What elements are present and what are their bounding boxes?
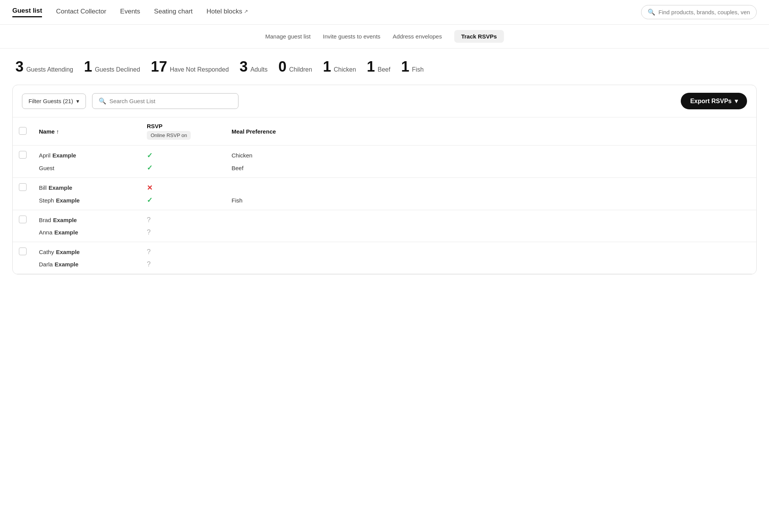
row-checkbox[interactable]: [19, 151, 27, 159]
guest-first-name: Darla: [39, 261, 53, 268]
meal-preference: Chicken: [232, 152, 252, 159]
rsvp-yes-icon: ✓: [147, 196, 153, 204]
guest-table: Name ↑ RSVP Online RSVP on Meal Preferen…: [13, 117, 756, 274]
table-row: Bill Example✕: [13, 178, 756, 195]
table-row: Anna Example?: [13, 227, 756, 242]
nav-item-seating-chart[interactable]: Seating chart: [154, 8, 193, 17]
guest-last-name: Example: [52, 152, 76, 159]
nav-item-hotel-blocks[interactable]: Hotel blocks ↗: [207, 8, 248, 17]
stat-children: 0Children: [278, 59, 312, 74]
filter-button[interactable]: Filter Guests (21) ▾: [22, 94, 86, 109]
table-row: Darla Example?: [13, 259, 756, 274]
stat-fish: 1Fish: [401, 59, 423, 74]
guest-first-name: April: [39, 152, 50, 159]
nav-bar: Guest list Contact Collector Events Seat…: [0, 0, 769, 25]
col-header-meal: Meal Preference: [225, 117, 756, 146]
guest-last-name: Example: [53, 217, 77, 223]
rsvp-yes-icon: ✓: [147, 152, 153, 159]
rsvp-unknown-icon: ?: [147, 216, 151, 224]
search-input[interactable]: [109, 98, 232, 104]
table-row: Steph Example✓Fish: [13, 194, 756, 210]
external-link-icon: ↗: [244, 8, 248, 14]
nav-item-guest-list[interactable]: Guest list: [12, 7, 42, 17]
row-checkbox[interactable]: [19, 248, 27, 255]
search-icon: 🔍: [648, 8, 655, 16]
table-header-row: Name ↑ RSVP Online RSVP on Meal Preferen…: [13, 117, 756, 146]
search-bar[interactable]: 🔍: [92, 93, 238, 109]
guest-first-name: Bill: [39, 184, 47, 191]
stat-chicken: 1Chicken: [323, 59, 356, 74]
chevron-down-icon: ▾: [76, 98, 79, 105]
stat-label-chicken: Chicken: [334, 66, 356, 73]
guest-last-name: Example: [56, 197, 80, 204]
stat-beef: 1Beef: [367, 59, 390, 74]
stat-label-beef: Beef: [378, 66, 390, 73]
table-row: Guest✓Beef: [13, 162, 756, 177]
col-header-rsvp: RSVP Online RSVP on: [141, 117, 225, 146]
nav-item-contact-collector[interactable]: Contact Collector: [56, 8, 106, 17]
guest-last-name: Example: [56, 249, 80, 255]
stat-label-attending: Guests Attending: [26, 66, 73, 73]
stats-row: 3Guests Attending1Guests Declined17Have …: [0, 49, 769, 82]
col-header-name[interactable]: Name ↑: [33, 117, 141, 146]
stat-not-responded: 17Have Not Responded: [151, 59, 229, 74]
nav-item-events[interactable]: Events: [120, 8, 140, 17]
stat-label-declined: Guests Declined: [95, 66, 140, 73]
stat-label-fish: Fish: [412, 66, 423, 73]
sub-nav-track-rsvps[interactable]: Track RSVPs: [454, 30, 504, 43]
stat-label-children: Children: [289, 66, 312, 73]
stat-attending: 3Guests Attending: [15, 59, 73, 74]
nav-search-input[interactable]: [658, 9, 750, 15]
stat-number-declined: 1: [84, 59, 92, 74]
rsvp-unknown-icon: ?: [147, 260, 151, 268]
stat-number-beef: 1: [367, 59, 375, 74]
stat-number-fish: 1: [401, 59, 409, 74]
row-checkbox[interactable]: [19, 183, 27, 191]
rsvp-unknown-icon: ?: [147, 228, 151, 236]
guest-first-name: Steph: [39, 197, 54, 204]
stat-adults: 3Adults: [240, 59, 268, 74]
guest-first-name: Anna: [39, 229, 52, 236]
rsvp-no-icon: ✕: [147, 184, 153, 192]
sub-nav-manage-guest-list[interactable]: Manage guest list: [265, 33, 311, 40]
sub-nav: Manage guest list Invite guests to event…: [0, 25, 769, 49]
rsvp-yes-icon: ✓: [147, 164, 153, 172]
nav-search-bar[interactable]: 🔍: [641, 5, 757, 19]
table-row: Brad Example?: [13, 210, 756, 227]
row-checkbox[interactable]: [19, 216, 27, 223]
guest-table-container: Filter Guests (21) ▾ 🔍 Export RSVPs ▾ Na…: [12, 85, 757, 274]
stat-number-adults: 3: [240, 59, 248, 74]
stat-number-children: 0: [278, 59, 286, 74]
stat-label-not-responded: Have Not Responded: [170, 66, 229, 73]
guest-name: Guest: [39, 165, 54, 171]
stat-declined: 1Guests Declined: [84, 59, 140, 74]
select-all-checkbox-header[interactable]: [13, 117, 33, 146]
guest-last-name: Example: [55, 261, 79, 268]
guest-last-name: Example: [54, 229, 78, 236]
meal-preference: Fish: [232, 197, 242, 204]
guest-last-name: Example: [49, 184, 72, 191]
sub-nav-address-envelopes[interactable]: Address envelopes: [393, 33, 442, 40]
meal-preference: Beef: [232, 165, 243, 171]
search-icon: 🔍: [99, 97, 106, 105]
chevron-down-icon: ▾: [735, 97, 738, 105]
guest-first-name: Cathy: [39, 249, 54, 255]
export-rsvps-button[interactable]: Export RSVPs ▾: [681, 93, 747, 109]
sub-nav-invite-guests[interactable]: Invite guests to events: [323, 33, 380, 40]
table-toolbar: Filter Guests (21) ▾ 🔍 Export RSVPs ▾: [13, 85, 756, 117]
stat-label-adults: Adults: [250, 66, 267, 73]
stat-number-attending: 3: [15, 59, 24, 74]
stat-number-chicken: 1: [323, 59, 331, 74]
table-row: Cathy Example?: [13, 242, 756, 259]
stat-number-not-responded: 17: [151, 59, 167, 74]
rsvp-unknown-icon: ?: [147, 248, 151, 256]
guest-first-name: Brad: [39, 217, 51, 223]
table-row: April Example✓Chicken: [13, 146, 756, 162]
